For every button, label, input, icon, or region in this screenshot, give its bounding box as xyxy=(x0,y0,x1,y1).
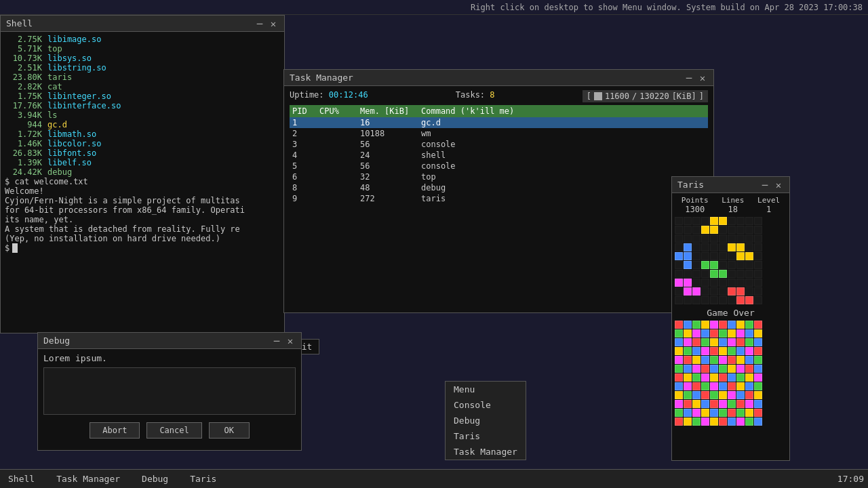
taris-cell xyxy=(692,261,701,269)
taris-cell xyxy=(684,217,692,225)
context-menu-item[interactable]: Taris xyxy=(446,428,526,444)
taris-cell xyxy=(745,279,753,287)
debug-minimize-btn[interactable]: ─ xyxy=(271,336,282,346)
taris-cell xyxy=(736,296,745,304)
debug-ok-btn[interactable]: OK xyxy=(209,422,250,439)
taris-cell xyxy=(701,338,709,346)
debug-cancel-btn[interactable]: Cancel xyxy=(146,422,201,439)
taris-cell xyxy=(745,252,753,260)
tm-process-row[interactable]: 556console xyxy=(290,161,708,171)
taris-points-val: 1300 xyxy=(682,205,709,214)
taskbar-taris[interactable]: Taris xyxy=(186,472,220,485)
taskbar-debug[interactable]: Debug xyxy=(138,472,172,485)
taris-cell xyxy=(754,365,762,373)
context-menu-item[interactable]: Debug xyxy=(446,413,526,428)
taris-level-val: 1 xyxy=(757,205,780,214)
shell-para4: A system that is detached from reality. … xyxy=(5,224,280,234)
shell-close-btn[interactable]: ✕ xyxy=(268,18,279,29)
context-menu-item[interactable]: Console xyxy=(446,397,526,413)
taris-cell xyxy=(754,391,762,399)
tm-process-row[interactable]: 848debug xyxy=(290,182,708,193)
taris-cell xyxy=(754,356,762,364)
taris-cell xyxy=(719,365,727,373)
taris-cell xyxy=(684,287,692,296)
tm-process-row[interactable]: 424shell xyxy=(290,150,708,161)
taris-cell xyxy=(675,356,683,364)
taris-title: Taris xyxy=(677,180,757,190)
taris-cell xyxy=(719,261,727,269)
taskbar-shell[interactable]: Shell xyxy=(4,472,39,485)
context-menu-item[interactable]: Task Manager xyxy=(446,444,526,460)
taris-cell xyxy=(745,217,753,225)
shell-para3: its name, yet. xyxy=(5,215,280,224)
taris-cell xyxy=(684,418,692,426)
tm-process-row[interactable]: 632top xyxy=(290,171,708,182)
shell-welcome-line: Welcome! xyxy=(5,186,280,196)
context-menu-item[interactable]: Menu xyxy=(446,382,526,397)
taris-cell xyxy=(684,347,692,355)
shell-file-line: 1.39Klibelf.so xyxy=(5,158,280,167)
desktop: Shell ─ ✕ 2.75Klibimage.so5.71Ktop10.73K… xyxy=(0,15,868,469)
taris-lines-val: 18 xyxy=(722,205,744,214)
taris-cell xyxy=(684,243,692,251)
taskmanager-minimize-btn[interactable]: ─ xyxy=(684,73,694,83)
taris-cell xyxy=(754,409,762,417)
shell-lines: 2.75Klibimage.so5.71Ktop10.73Klibsys.so2… xyxy=(5,35,280,177)
taris-cell xyxy=(736,338,745,346)
shell-titlebar: Shell ─ ✕ xyxy=(1,16,284,32)
taris-cell xyxy=(710,329,718,338)
tm-process-row[interactable]: 116gc.d xyxy=(290,117,708,128)
taris-cell xyxy=(710,347,718,355)
taris-minimize-btn[interactable]: ─ xyxy=(760,180,770,190)
tm-process-list: 116gc.d210188wm356console424shell556cons… xyxy=(290,117,708,204)
taris-cell xyxy=(684,373,692,382)
taris-cell xyxy=(745,338,753,346)
taris-cell xyxy=(692,356,701,364)
taris-cell xyxy=(710,270,718,278)
taris-cell xyxy=(701,373,709,382)
taris-cell xyxy=(692,226,701,234)
taris-stats-row: Points 1300 Lines 18 Level 1 xyxy=(675,196,787,214)
taris-cell xyxy=(701,329,709,338)
taris-cell xyxy=(701,391,709,399)
shell-file-line: 5.71Ktop xyxy=(5,44,280,54)
taris-cell xyxy=(754,347,762,355)
debug-close-btn[interactable]: ✕ xyxy=(285,336,296,346)
tm-process-row[interactable]: 9272taris xyxy=(290,193,708,204)
taris-cell xyxy=(736,373,745,382)
taris-cell xyxy=(684,321,692,329)
taris-cell xyxy=(719,329,727,338)
debug-abort-btn[interactable]: Abort xyxy=(90,422,140,439)
tm-col-mem: Mem. [KiB] xyxy=(360,106,421,116)
tm-tasks: Tasks: 8 xyxy=(456,90,495,102)
taris-cell xyxy=(692,373,701,382)
taskbar-taskmanager[interactable]: Task Manager xyxy=(52,472,124,485)
tm-process-row[interactable]: 210188wm xyxy=(290,128,708,139)
taris-cell xyxy=(684,329,692,338)
taris-cell xyxy=(701,296,709,304)
taris-cell xyxy=(692,400,701,408)
tm-process-row[interactable]: 356console xyxy=(290,139,708,150)
taris-cell xyxy=(701,409,709,417)
debug-textarea[interactable] xyxy=(43,367,296,415)
taris-cell xyxy=(728,235,736,243)
taris-cell xyxy=(701,261,709,269)
taris-cell xyxy=(719,217,727,225)
shell-cmd-line: $ cat welcome.txt xyxy=(5,177,280,186)
taris-cell xyxy=(675,235,683,243)
taris-cell xyxy=(675,347,683,355)
shell-minimize-btn[interactable]: ─ xyxy=(254,18,265,29)
taris-cell xyxy=(719,391,727,399)
taris-cell xyxy=(754,217,762,225)
tm-col-pid: PID xyxy=(292,106,319,116)
taris-close-btn[interactable]: ✕ xyxy=(773,180,784,190)
taris-titlebar: Taris ─ ✕ xyxy=(672,177,789,193)
taris-cell xyxy=(701,356,709,364)
taris-cell xyxy=(710,418,718,426)
taris-cell xyxy=(728,261,736,269)
taskmanager-close-btn[interactable]: ✕ xyxy=(697,73,708,83)
taris-cell xyxy=(675,365,683,373)
taris-cell xyxy=(692,347,701,355)
taris-cell xyxy=(710,373,718,382)
taris-cell xyxy=(675,270,683,278)
